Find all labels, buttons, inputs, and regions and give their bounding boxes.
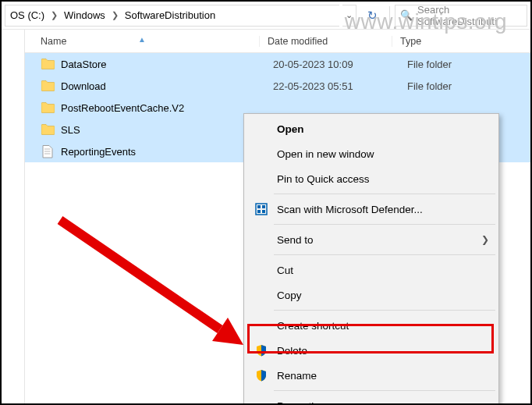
ctx-open[interactable]: Open [246,116,497,141]
shield-icon [254,368,269,383]
breadcrumb-softwaredistribution[interactable]: SoftwareDistribution [122,9,218,21]
ctx-copy[interactable]: Copy [246,282,497,307]
sort-asc-icon: ▲ [138,35,146,44]
file-date: 20-05-2023 10:09 [273,59,407,70]
navigation-pane[interactable] [2,30,25,403]
breadcrumb[interactable]: OS (C:) ❯ Windows ❯ SoftwareDistribution [5,5,339,27]
file-icon [41,144,55,158]
ctx-open-new-window[interactable]: Open in new window [246,141,497,166]
defender-icon [254,201,269,217]
chevron-right-icon: ❯ [108,10,122,20]
ctx-pin-quick-access[interactable]: Pin to Quick access [246,166,497,191]
svg-rect-5 [262,205,265,208]
ctx-send-to[interactable]: Send to ❯ [246,227,497,252]
file-name: DataStore [61,59,273,70]
folder-icon [41,79,55,93]
ctx-cut[interactable]: Cut [246,258,497,282]
separator [274,390,495,391]
divider [389,6,390,25]
folder-icon [41,101,55,115]
column-name[interactable]: ▲ Name [25,36,259,47]
search-placeholder: Search SoftwareDistributi [417,5,522,27]
refresh-button[interactable]: ↻ [360,5,385,27]
search-icon: 🔍 [400,9,413,21]
separator [274,254,495,255]
submenu-arrow-icon: ❯ [481,234,489,245]
separator [274,194,495,194]
chevron-right-icon: ❯ [48,10,61,20]
breadcrumb-os[interactable]: OS (C:) [7,9,48,21]
file-name: Download [61,80,273,92]
refresh-icon: ↻ [367,9,378,23]
folder-icon [41,123,55,137]
separator [274,224,495,225]
shield-icon [254,343,269,358]
ctx-defender-scan[interactable]: Scan with Microsoft Defender... [246,197,497,222]
breadcrumb-windows[interactable]: Windows [61,9,108,21]
column-date[interactable]: Date modified [259,36,392,47]
folder-icon [41,57,55,71]
ctx-create-shortcut[interactable]: Create shortcut [246,313,497,338]
column-headers[interactable]: ▲ Name Date modified Type [25,30,530,53]
column-type[interactable]: Type [392,36,530,47]
ctx-properties[interactable]: Properties [246,393,497,405]
file-name: ReportingEvents [61,146,273,158]
file-name: PostRebootEventCache.V2 [61,102,273,114]
ctx-rename[interactable]: Rename [246,363,497,388]
file-row[interactable]: Download22-05-2023 05:51File folder [25,75,530,97]
search-input[interactable]: 🔍 Search SoftwareDistributi [395,5,527,27]
separator [274,310,495,311]
file-row[interactable]: DataStore20-05-2023 10:09File folder [25,53,530,75]
svg-rect-7 [262,210,265,213]
context-menu: Open Open in new window Pin to Quick acc… [243,113,499,405]
file-name: SLS [61,124,273,136]
svg-rect-4 [257,205,261,208]
file-type: File folder [407,59,452,70]
breadcrumb-dropdown-button[interactable]: ⌄ [342,5,356,27]
svg-rect-6 [257,210,261,213]
file-date: 22-05-2023 05:51 [273,80,407,92]
file-type: File folder [407,80,452,92]
ctx-delete[interactable]: Delete [246,338,497,363]
chevron-down-icon: ⌄ [346,10,353,20]
